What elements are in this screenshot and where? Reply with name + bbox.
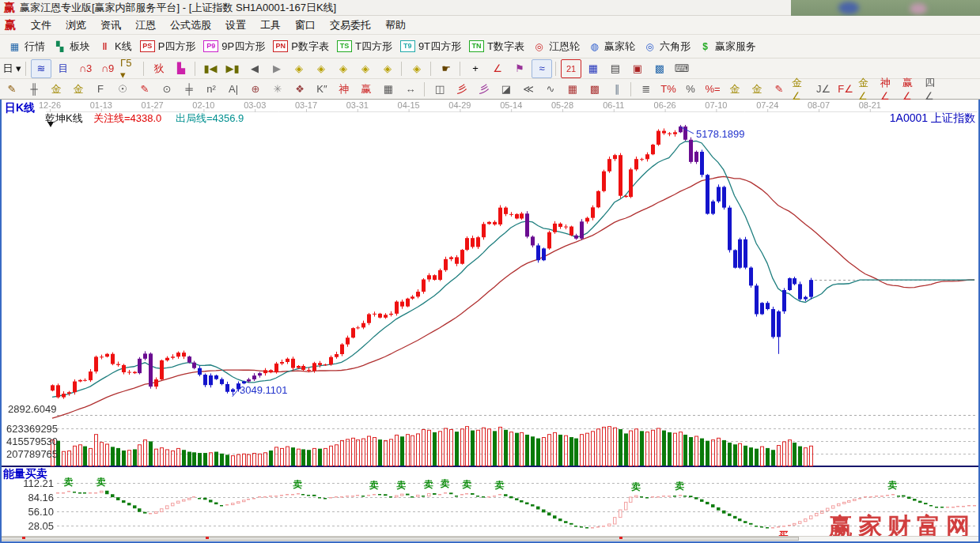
draw-circle-cross-icon[interactable]: ⊕ [245, 80, 266, 99]
menu-item-help[interactable]: 帮助 [378, 16, 413, 35]
draw-pen-icon[interactable]: ✎ [2, 80, 22, 99]
calendar-21-icon[interactable]: 21 [561, 59, 581, 78]
draw-f-angle-icon[interactable]: F∠ [835, 80, 856, 99]
save-disk-icon[interactable]: ▣ [627, 59, 648, 78]
menu-item-view[interactable]: 浏览 [59, 16, 93, 35]
diamond-star-icon[interactable]: ◈ [377, 59, 398, 78]
draw-n-squared-icon[interactable]: n² [201, 80, 221, 99]
draw-span-arrows-icon[interactable]: ↔ [400, 80, 421, 99]
diamond-shift-left-icon[interactable]: ◈ [289, 59, 309, 78]
cloud-tool-icon[interactable]: ≈ [532, 59, 552, 78]
toolbar-button-kline[interactable]: ‖K线 [98, 40, 132, 54]
menu-item-formula-stock-pick[interactable]: 公式选股 [163, 16, 218, 35]
draw-percent-icon[interactable]: % [680, 80, 701, 99]
draw-si-angle-icon[interactable]: 四∠ [924, 80, 944, 99]
draw-k-tick-icon[interactable]: K″ [312, 80, 332, 99]
draw-j-angle-icon[interactable]: J∠ [813, 80, 834, 99]
pattern-tool-icon[interactable]: 狄 [149, 59, 169, 78]
draw-percent-line-icon[interactable]: %= [702, 80, 723, 99]
toolbar-button-p-square[interactable]: PSP四方形 [140, 40, 196, 54]
menu-item-gann[interactable]: 江恩 [128, 16, 163, 35]
draw-red-grid-2-icon[interactable]: ▩ [585, 80, 605, 99]
draw-brush-mark-icon[interactable]: ✎ [769, 80, 789, 99]
step-5-dropdown-icon[interactable]: Γ5 ▾ [119, 59, 140, 78]
go-prev-icon[interactable]: ◀ [244, 59, 265, 78]
draw-slant-lines-icon[interactable]: ∥ [607, 80, 627, 99]
zigzag-tool-icon[interactable]: ≋ [31, 59, 51, 78]
menu-item-news[interactable]: 资讯 [93, 16, 128, 35]
info-list-icon[interactable]: 目 [53, 59, 74, 78]
exit-line-label: 出局线=4356.9 [176, 111, 244, 126]
draw-gold-angle-1-icon[interactable]: 金∠ [791, 80, 812, 99]
menu-item-trade-order[interactable]: 交易委托 [323, 16, 378, 35]
kline-period-dropdown-icon[interactable]: 日 ▾ [2, 59, 22, 78]
diamond-narrow-icon[interactable]: ◈ [355, 59, 376, 78]
calculator-icon[interactable]: ▦ [583, 59, 604, 78]
draw-gold-angle-2-icon[interactable]: 金∠ [857, 80, 878, 99]
menu-item-file[interactable]: 文件 [24, 16, 59, 35]
draw-gold-lines-1-icon[interactable]: 金 [46, 80, 66, 99]
draw-v-wave-icon[interactable]: ∿ [540, 80, 561, 99]
toolbar-button-hexagon[interactable]: ◎六角形 [643, 40, 691, 54]
draw-shen-tool-icon[interactable]: 神 [334, 80, 354, 99]
draw-star-web-icon[interactable]: ✳ [267, 80, 288, 99]
draw-ruler-lines-icon[interactable]: ╪ [179, 80, 199, 99]
draw-grid-numbers-icon[interactable]: ▦ [378, 80, 399, 99]
title-bar[interactable]: 赢 赢家江恩专业版[赢家内部服务平台] - [上证指数 SH1A0001-167… [0, 0, 980, 16]
toolbar-button-t-square[interactable]: TST四方形 [337, 40, 392, 54]
draw-red-grid-icon[interactable]: ▦ [562, 80, 583, 99]
toolbar-button-winner-service[interactable]: $赢家服务 [698, 40, 756, 54]
diamond-shift-right-icon[interactable]: ◈ [311, 59, 331, 78]
draw-hatch-lines-icon[interactable]: ╫ [24, 80, 44, 99]
crosshair-icon[interactable]: + [465, 59, 486, 78]
winner-wheel-icon: ◍ [588, 40, 601, 53]
notepad-icon[interactable]: ▤ [605, 59, 626, 78]
hand-pan-icon[interactable]: ☛ [436, 59, 456, 78]
wave-9-icon[interactable]: ∩9 [97, 59, 118, 78]
draw-a-mirror-icon[interactable]: A| [223, 80, 244, 99]
toolbar-button-p-number-table[interactable]: PNP数字表 [273, 40, 329, 54]
toolbar-button-9p-square[interactable]: P99P四方形 [203, 40, 265, 54]
go-last-icon[interactable]: ▶▮ [222, 59, 243, 78]
draw-fan-box-icon[interactable]: 彡 [474, 80, 494, 99]
remote-computer-icon[interactable]: ⌨ [672, 59, 692, 78]
draw-box-frame-icon[interactable]: ◫ [429, 80, 450, 99]
draw-f-lines-icon[interactable]: F [90, 80, 111, 99]
draw-fan-square-icon[interactable]: ◪ [496, 80, 516, 99]
toolbar-button-winner-wheel[interactable]: ◍赢家轮 [588, 40, 635, 54]
draw-gold-lines-2-icon[interactable]: 金 [68, 80, 89, 99]
draw-fan-rays-icon[interactable]: 彡 [452, 80, 472, 99]
toolbar-button-t-number-table[interactable]: TNT数字表 [469, 40, 524, 54]
toolbar-button-9t-square[interactable]: T99T四方形 [400, 40, 461, 54]
menu-item-tools[interactable]: 工具 [253, 16, 288, 35]
draw-ying-tool-icon[interactable]: 赢 [356, 80, 376, 99]
draw-web-square-icon[interactable]: ❖ [289, 80, 310, 99]
save-web-icon[interactable]: ▩ [649, 59, 670, 78]
draw-arrow-rays-icon[interactable]: ≪ [518, 80, 539, 99]
toolbar-button-gann-wheel[interactable]: ◎江恩轮 [532, 40, 580, 54]
toolbar-button-quotes[interactable]: ▦行情 [8, 40, 45, 54]
draw-spiral-icon[interactable]: ☉ [112, 80, 133, 99]
angle-measure-icon[interactable]: ∠ [487, 59, 508, 78]
draw-ying-angle-icon[interactable]: 赢∠ [902, 80, 922, 99]
blocks-icon: ▚ [53, 40, 66, 53]
colored-histogram-icon[interactable]: ▙ [171, 59, 191, 78]
flag-tool-icon[interactable]: ⚑ [509, 59, 530, 78]
draw-price-frame-icon[interactable]: ≣ [636, 80, 656, 99]
draw-t-percent-icon[interactable]: T% [658, 80, 679, 99]
draw-clock-cycle-icon[interactable]: ⊙ [157, 80, 177, 99]
draw-gold-underline-icon[interactable]: 金 [747, 80, 767, 99]
menu-item-window[interactable]: 窗口 [288, 16, 323, 35]
wave-3-icon[interactable]: ∩3 [75, 59, 96, 78]
scrollbar-thumb[interactable] [0, 537, 799, 541]
horizontal-scrollbar[interactable] [0, 536, 980, 541]
menu-item-settings[interactable]: 设置 [218, 16, 253, 35]
diamond-widen-icon[interactable]: ◈ [333, 59, 354, 78]
go-first-icon[interactable]: ▮◀ [200, 59, 221, 78]
draw-shen-angle-icon[interactable]: 神∠ [880, 80, 900, 99]
diamond-center-icon[interactable]: ◈ [407, 59, 427, 78]
draw-red-pen-icon[interactable]: ✎ [134, 80, 155, 99]
go-next-icon[interactable]: ▶ [267, 59, 287, 78]
draw-gold-circle-icon[interactable]: 金 [725, 80, 745, 99]
toolbar-button-sectors[interactable]: ▚板块 [53, 40, 90, 54]
